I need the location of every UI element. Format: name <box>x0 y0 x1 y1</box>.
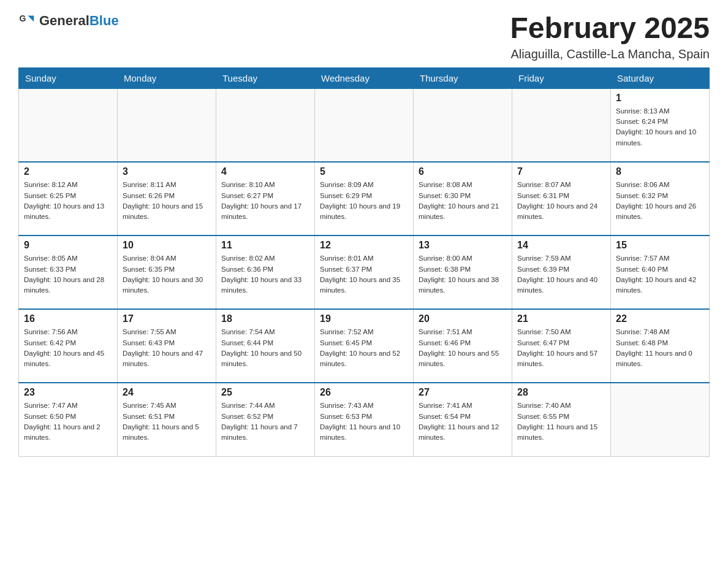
calendar-header-row: SundayMondayTuesdayWednesdayThursdayFrid… <box>19 67 710 88</box>
month-title: February 2025 <box>510 12 710 45</box>
day-info: Sunrise: 8:05 AMSunset: 6:33 PMDaylight:… <box>24 253 112 296</box>
calendar-cell: 27Sunrise: 7:41 AMSunset: 6:54 PMDayligh… <box>414 383 512 456</box>
day-number: 14 <box>517 240 605 251</box>
day-info: Sunrise: 8:06 AMSunset: 6:32 PMDaylight:… <box>616 180 704 222</box>
day-number: 23 <box>24 387 112 398</box>
calendar-table: SundayMondayTuesdayWednesdayThursdayFrid… <box>18 67 710 457</box>
logo: G GeneralBlue <box>18 12 119 29</box>
calendar-cell <box>118 88 216 162</box>
day-info: Sunrise: 7:51 AMSunset: 6:46 PMDaylight:… <box>419 327 507 369</box>
calendar-cell <box>19 88 118 162</box>
calendar-cell: 17Sunrise: 7:55 AMSunset: 6:43 PMDayligh… <box>118 309 216 383</box>
day-number: 27 <box>419 387 507 398</box>
calendar-cell: 16Sunrise: 7:56 AMSunset: 6:42 PMDayligh… <box>19 309 118 383</box>
calendar-cell: 18Sunrise: 7:54 AMSunset: 6:44 PMDayligh… <box>216 309 315 383</box>
calendar-cell: 9Sunrise: 8:05 AMSunset: 6:33 PMDaylight… <box>19 236 118 309</box>
day-info: Sunrise: 8:12 AMSunset: 6:25 PMDaylight:… <box>24 180 112 222</box>
col-header-thursday: Thursday <box>414 67 512 88</box>
calendar-week-row: 1Sunrise: 8:13 AMSunset: 6:24 PMDaylight… <box>19 88 710 162</box>
day-info: Sunrise: 7:44 AMSunset: 6:52 PMDaylight:… <box>221 400 309 443</box>
calendar-cell: 22Sunrise: 7:48 AMSunset: 6:48 PMDayligh… <box>611 309 710 383</box>
day-number: 18 <box>221 313 309 324</box>
col-header-friday: Friday <box>512 67 611 88</box>
calendar-cell: 5Sunrise: 8:09 AMSunset: 6:29 PMDaylight… <box>315 162 414 236</box>
day-info: Sunrise: 7:48 AMSunset: 6:48 PMDaylight:… <box>616 327 704 369</box>
day-number: 21 <box>517 313 605 324</box>
day-number: 3 <box>123 166 211 177</box>
calendar-cell: 8Sunrise: 8:06 AMSunset: 6:32 PMDaylight… <box>611 162 710 236</box>
day-number: 22 <box>616 313 704 324</box>
day-number: 6 <box>419 166 507 177</box>
calendar-cell: 10Sunrise: 8:04 AMSunset: 6:35 PMDayligh… <box>118 236 216 309</box>
calendar-cell: 13Sunrise: 8:00 AMSunset: 6:38 PMDayligh… <box>414 236 512 309</box>
calendar-cell <box>315 88 414 162</box>
calendar-cell: 1Sunrise: 8:13 AMSunset: 6:24 PMDaylight… <box>611 88 710 162</box>
col-header-wednesday: Wednesday <box>315 67 414 88</box>
day-number: 16 <box>24 313 112 324</box>
day-number: 24 <box>123 387 211 398</box>
day-info: Sunrise: 7:43 AMSunset: 6:53 PMDaylight:… <box>320 400 408 443</box>
day-info: Sunrise: 7:59 AMSunset: 6:39 PMDaylight:… <box>517 253 605 296</box>
day-info: Sunrise: 7:40 AMSunset: 6:55 PMDaylight:… <box>517 400 605 443</box>
calendar-week-row: 9Sunrise: 8:05 AMSunset: 6:33 PMDaylight… <box>19 236 710 309</box>
calendar-cell: 4Sunrise: 8:10 AMSunset: 6:27 PMDaylight… <box>216 162 315 236</box>
col-header-monday: Monday <box>118 67 216 88</box>
day-info: Sunrise: 7:41 AMSunset: 6:54 PMDaylight:… <box>419 400 507 443</box>
logo-blue: Blue <box>89 13 119 28</box>
day-number: 26 <box>320 387 408 398</box>
day-info: Sunrise: 7:57 AMSunset: 6:40 PMDaylight:… <box>616 253 704 296</box>
calendar-cell <box>512 88 611 162</box>
page-header: G GeneralBlue February 2025 Aliaguilla, … <box>18 12 710 61</box>
day-info: Sunrise: 8:04 AMSunset: 6:35 PMDaylight:… <box>123 253 211 296</box>
day-info: Sunrise: 7:45 AMSunset: 6:51 PMDaylight:… <box>123 400 211 443</box>
day-info: Sunrise: 7:52 AMSunset: 6:45 PMDaylight:… <box>320 327 408 369</box>
day-info: Sunrise: 7:54 AMSunset: 6:44 PMDaylight:… <box>221 327 309 369</box>
day-number: 10 <box>123 240 211 251</box>
logo-general: General <box>39 13 89 28</box>
day-info: Sunrise: 8:13 AMSunset: 6:24 PMDaylight:… <box>616 106 704 148</box>
day-number: 19 <box>320 313 408 324</box>
day-number: 1 <box>616 93 704 104</box>
calendar-week-row: 2Sunrise: 8:12 AMSunset: 6:25 PMDaylight… <box>19 162 710 236</box>
day-info: Sunrise: 7:47 AMSunset: 6:50 PMDaylight:… <box>24 400 112 443</box>
day-number: 25 <box>221 387 309 398</box>
calendar-cell: 6Sunrise: 8:08 AMSunset: 6:30 PMDaylight… <box>414 162 512 236</box>
day-number: 4 <box>221 166 309 177</box>
day-number: 11 <box>221 240 309 251</box>
day-info: Sunrise: 8:08 AMSunset: 6:30 PMDaylight:… <box>419 180 507 222</box>
col-header-tuesday: Tuesday <box>216 67 315 88</box>
calendar-cell: 12Sunrise: 8:01 AMSunset: 6:37 PMDayligh… <box>315 236 414 309</box>
day-number: 7 <box>517 166 605 177</box>
day-number: 17 <box>123 313 211 324</box>
day-number: 5 <box>320 166 408 177</box>
svg-text:G: G <box>19 13 26 23</box>
calendar-cell: 28Sunrise: 7:40 AMSunset: 6:55 PMDayligh… <box>512 383 611 456</box>
calendar-cell: 26Sunrise: 7:43 AMSunset: 6:53 PMDayligh… <box>315 383 414 456</box>
calendar-cell: 11Sunrise: 8:02 AMSunset: 6:36 PMDayligh… <box>216 236 315 309</box>
day-info: Sunrise: 8:09 AMSunset: 6:29 PMDaylight:… <box>320 180 408 222</box>
day-number: 15 <box>616 240 704 251</box>
col-header-saturday: Saturday <box>611 67 710 88</box>
day-number: 12 <box>320 240 408 251</box>
col-header-sunday: Sunday <box>19 67 118 88</box>
calendar-cell: 19Sunrise: 7:52 AMSunset: 6:45 PMDayligh… <box>315 309 414 383</box>
calendar-cell: 7Sunrise: 8:07 AMSunset: 6:31 PMDaylight… <box>512 162 611 236</box>
calendar-cell: 21Sunrise: 7:50 AMSunset: 6:47 PMDayligh… <box>512 309 611 383</box>
svg-marker-1 <box>28 16 34 22</box>
calendar-cell: 3Sunrise: 8:11 AMSunset: 6:26 PMDaylight… <box>118 162 216 236</box>
calendar-cell: 15Sunrise: 7:57 AMSunset: 6:40 PMDayligh… <box>611 236 710 309</box>
calendar-cell: 20Sunrise: 7:51 AMSunset: 6:46 PMDayligh… <box>414 309 512 383</box>
day-info: Sunrise: 7:55 AMSunset: 6:43 PMDaylight:… <box>123 327 211 369</box>
location-subtitle: Aliaguilla, Castille-La Mancha, Spain <box>510 47 710 61</box>
day-number: 2 <box>24 166 112 177</box>
day-info: Sunrise: 7:50 AMSunset: 6:47 PMDaylight:… <box>517 327 605 369</box>
logo-icon: G <box>18 12 36 29</box>
calendar-cell: 24Sunrise: 7:45 AMSunset: 6:51 PMDayligh… <box>118 383 216 456</box>
calendar-cell: 14Sunrise: 7:59 AMSunset: 6:39 PMDayligh… <box>512 236 611 309</box>
calendar-week-row: 16Sunrise: 7:56 AMSunset: 6:42 PMDayligh… <box>19 309 710 383</box>
calendar-cell: 25Sunrise: 7:44 AMSunset: 6:52 PMDayligh… <box>216 383 315 456</box>
calendar-week-row: 23Sunrise: 7:47 AMSunset: 6:50 PMDayligh… <box>19 383 710 456</box>
day-number: 28 <box>517 387 605 398</box>
calendar-cell <box>611 383 710 456</box>
calendar-cell <box>216 88 315 162</box>
